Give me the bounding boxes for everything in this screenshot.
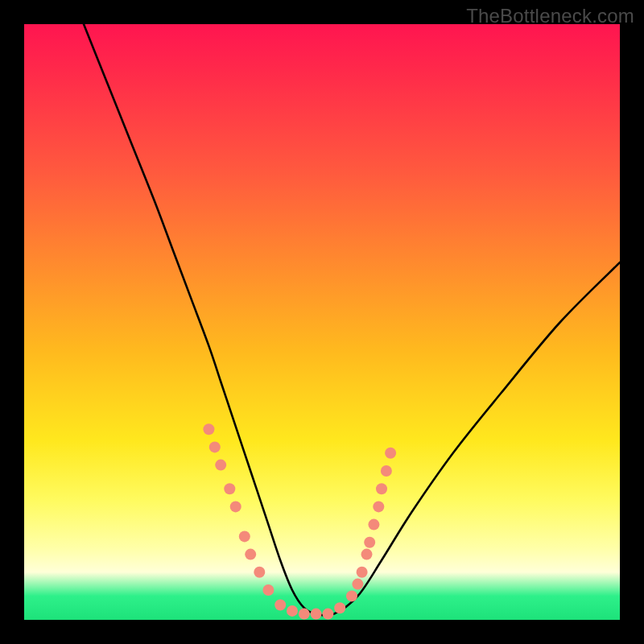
data-marker	[311, 609, 322, 620]
chart-frame: TheBottleneck.com	[0, 0, 644, 644]
data-marker	[275, 600, 286, 611]
data-marker	[381, 465, 392, 477]
data-marker	[203, 423, 214, 435]
data-marker	[209, 441, 221, 452]
data-marker	[373, 501, 384, 512]
data-marker	[262, 584, 274, 596]
data-marker	[368, 519, 379, 530]
data-marker	[230, 501, 242, 512]
data-marker	[357, 567, 368, 578]
data-marker	[254, 567, 265, 578]
data-marker	[361, 549, 373, 560]
data-marker	[239, 530, 250, 542]
data-marker	[287, 605, 298, 617]
marker-group	[203, 423, 396, 619]
plot-area	[24, 24, 620, 620]
data-marker	[299, 609, 310, 620]
bottleneck-curve	[84, 24, 620, 616]
data-marker	[352, 579, 363, 590]
data-marker	[334, 602, 345, 613]
data-marker	[364, 537, 375, 548]
data-marker	[215, 460, 226, 471]
data-marker	[346, 590, 357, 601]
data-marker	[245, 549, 256, 560]
data-marker	[385, 448, 396, 459]
chart-svg	[24, 24, 620, 620]
data-marker	[322, 609, 333, 620]
data-marker	[224, 483, 235, 494]
data-marker	[376, 483, 387, 494]
